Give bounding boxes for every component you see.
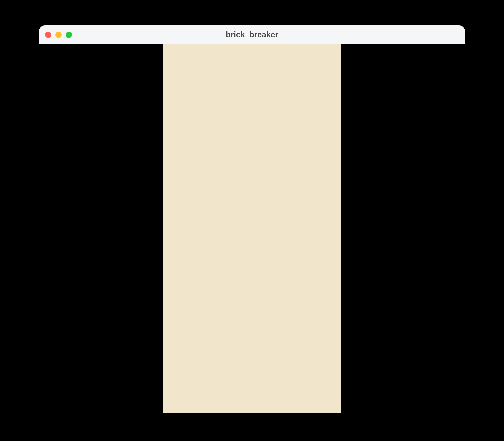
window-title: brick_breaker [39,30,465,39]
close-window-button[interactable] [45,32,51,38]
zoom-window-button[interactable] [66,32,72,38]
window-titlebar[interactable]: brick_breaker [39,25,465,44]
game-canvas[interactable] [163,44,341,413]
app-window: brick_breaker [39,25,465,413]
minimize-window-button[interactable] [55,32,62,38]
traffic-lights-group [45,32,72,38]
window-content [39,44,465,413]
